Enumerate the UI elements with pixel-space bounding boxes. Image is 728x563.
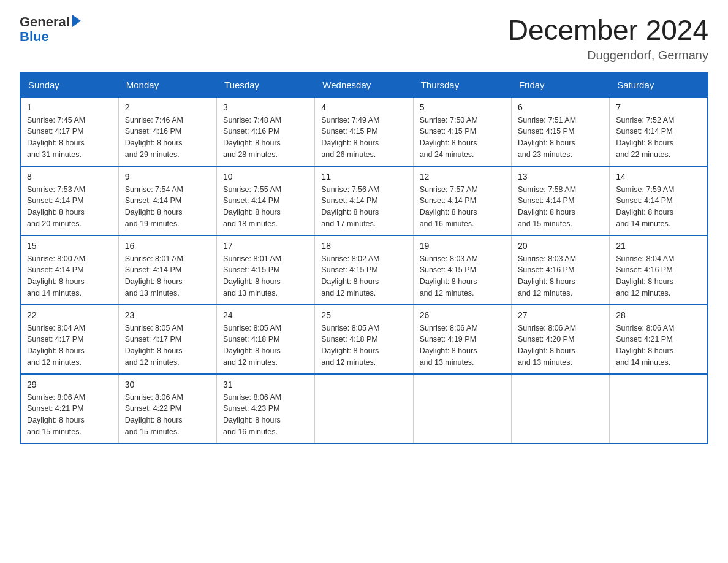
calendar-cell <box>610 374 708 443</box>
day-info: Sunrise: 7:53 AM Sunset: 4:14 PM Dayligh… <box>27 184 112 230</box>
calendar-header-row: SundayMondayTuesdayWednesdayThursdayFrid… <box>20 73 708 97</box>
day-number: 22 <box>27 310 112 320</box>
day-info: Sunrise: 8:04 AM Sunset: 4:17 PM Dayligh… <box>27 323 112 369</box>
day-info: Sunrise: 8:06 AM Sunset: 4:19 PM Dayligh… <box>420 323 505 369</box>
day-info: Sunrise: 7:55 AM Sunset: 4:14 PM Dayligh… <box>223 184 308 230</box>
day-info: Sunrise: 7:46 AM Sunset: 4:16 PM Dayligh… <box>125 115 210 161</box>
day-of-week-header: Friday <box>511 73 609 97</box>
day-number: 28 <box>616 310 701 320</box>
day-number: 21 <box>616 241 701 251</box>
day-info: Sunrise: 8:05 AM Sunset: 4:18 PM Dayligh… <box>223 323 308 369</box>
day-info: Sunrise: 8:02 AM Sunset: 4:15 PM Dayligh… <box>321 253 406 299</box>
day-number: 9 <box>125 172 210 182</box>
day-info: Sunrise: 8:06 AM Sunset: 4:22 PM Dayligh… <box>125 392 210 438</box>
calendar-cell: 13 Sunrise: 7:58 AM Sunset: 4:14 PM Dayl… <box>511 166 609 236</box>
day-number: 30 <box>125 380 210 389</box>
day-info: Sunrise: 7:51 AM Sunset: 4:15 PM Dayligh… <box>518 115 603 161</box>
calendar-cell: 31 Sunrise: 8:06 AM Sunset: 4:23 PM Dayl… <box>217 374 315 443</box>
day-number: 17 <box>223 241 308 251</box>
day-number: 15 <box>27 241 112 251</box>
day-number: 23 <box>125 310 210 320</box>
day-info: Sunrise: 8:06 AM Sunset: 4:20 PM Dayligh… <box>518 323 603 369</box>
day-of-week-header: Saturday <box>610 73 708 97</box>
calendar-cell: 9 Sunrise: 7:54 AM Sunset: 4:14 PM Dayli… <box>118 166 216 236</box>
calendar-cell: 30 Sunrise: 8:06 AM Sunset: 4:22 PM Dayl… <box>118 374 216 443</box>
day-of-week-header: Wednesday <box>315 73 413 97</box>
day-of-week-header: Sunday <box>20 73 118 97</box>
day-number: 5 <box>420 102 505 112</box>
calendar-cell: 16 Sunrise: 8:01 AM Sunset: 4:14 PM Dayl… <box>118 236 216 305</box>
day-info: Sunrise: 7:50 AM Sunset: 4:15 PM Dayligh… <box>420 115 505 161</box>
calendar-cell <box>315 374 413 443</box>
logo: General Blue <box>20 15 81 44</box>
day-info: Sunrise: 7:58 AM Sunset: 4:14 PM Dayligh… <box>518 184 603 230</box>
day-info: Sunrise: 8:05 AM Sunset: 4:18 PM Dayligh… <box>321 323 406 369</box>
day-info: Sunrise: 7:57 AM Sunset: 4:14 PM Dayligh… <box>420 184 505 230</box>
day-number: 25 <box>321 310 406 320</box>
day-number: 8 <box>27 172 112 182</box>
day-info: Sunrise: 7:45 AM Sunset: 4:17 PM Dayligh… <box>27 115 112 161</box>
day-number: 4 <box>321 102 406 112</box>
day-info: Sunrise: 7:48 AM Sunset: 4:16 PM Dayligh… <box>223 115 308 161</box>
calendar-cell: 19 Sunrise: 8:03 AM Sunset: 4:15 PM Dayl… <box>413 236 511 305</box>
calendar-cell: 7 Sunrise: 7:52 AM Sunset: 4:14 PM Dayli… <box>610 97 708 166</box>
calendar-cell: 25 Sunrise: 8:05 AM Sunset: 4:18 PM Dayl… <box>315 305 413 374</box>
day-number: 19 <box>420 241 505 251</box>
calendar-cell: 5 Sunrise: 7:50 AM Sunset: 4:15 PM Dayli… <box>413 97 511 166</box>
day-number: 3 <box>223 102 308 112</box>
calendar-week-row: 15 Sunrise: 8:00 AM Sunset: 4:14 PM Dayl… <box>20 236 708 305</box>
page-subtitle: Duggendorf, Germany <box>508 48 708 63</box>
calendar-cell: 27 Sunrise: 8:06 AM Sunset: 4:20 PM Dayl… <box>511 305 609 374</box>
calendar-cell: 11 Sunrise: 7:56 AM Sunset: 4:14 PM Dayl… <box>315 166 413 236</box>
day-number: 2 <box>125 102 210 112</box>
calendar-cell: 21 Sunrise: 8:04 AM Sunset: 4:16 PM Dayl… <box>610 236 708 305</box>
calendar-cell: 28 Sunrise: 8:06 AM Sunset: 4:21 PM Dayl… <box>610 305 708 374</box>
day-number: 24 <box>223 310 308 320</box>
calendar-cell: 8 Sunrise: 7:53 AM Sunset: 4:14 PM Dayli… <box>20 166 118 236</box>
day-info: Sunrise: 8:00 AM Sunset: 4:14 PM Dayligh… <box>27 253 112 299</box>
day-number: 7 <box>616 102 701 112</box>
calendar-cell: 15 Sunrise: 8:00 AM Sunset: 4:14 PM Dayl… <box>20 236 118 305</box>
day-info: Sunrise: 7:49 AM Sunset: 4:15 PM Dayligh… <box>321 115 406 161</box>
day-number: 18 <box>321 241 406 251</box>
day-number: 1 <box>27 102 112 112</box>
day-info: Sunrise: 8:01 AM Sunset: 4:14 PM Dayligh… <box>125 253 210 299</box>
calendar-week-row: 22 Sunrise: 8:04 AM Sunset: 4:17 PM Dayl… <box>20 305 708 374</box>
calendar-table: SundayMondayTuesdayWednesdayThursdayFrid… <box>20 72 708 444</box>
day-number: 13 <box>518 172 603 182</box>
day-of-week-header: Thursday <box>413 73 511 97</box>
day-info: Sunrise: 8:03 AM Sunset: 4:15 PM Dayligh… <box>420 253 505 299</box>
day-info: Sunrise: 8:04 AM Sunset: 4:16 PM Dayligh… <box>616 253 701 299</box>
day-info: Sunrise: 7:56 AM Sunset: 4:14 PM Dayligh… <box>321 184 406 230</box>
calendar-cell: 24 Sunrise: 8:05 AM Sunset: 4:18 PM Dayl… <box>217 305 315 374</box>
day-info: Sunrise: 8:03 AM Sunset: 4:16 PM Dayligh… <box>518 253 603 299</box>
day-number: 10 <box>223 172 308 182</box>
calendar-cell: 2 Sunrise: 7:46 AM Sunset: 4:16 PM Dayli… <box>118 97 216 166</box>
day-number: 16 <box>125 241 210 251</box>
day-number: 26 <box>420 310 505 320</box>
day-number: 27 <box>518 310 603 320</box>
calendar-cell: 12 Sunrise: 7:57 AM Sunset: 4:14 PM Dayl… <box>413 166 511 236</box>
day-info: Sunrise: 8:05 AM Sunset: 4:17 PM Dayligh… <box>125 323 210 369</box>
calendar-cell: 10 Sunrise: 7:55 AM Sunset: 4:14 PM Dayl… <box>217 166 315 236</box>
page-header: General Blue December 2024 Duggendorf, G… <box>0 0 728 72</box>
calendar-cell: 3 Sunrise: 7:48 AM Sunset: 4:16 PM Dayli… <box>217 97 315 166</box>
calendar-cell: 23 Sunrise: 8:05 AM Sunset: 4:17 PM Dayl… <box>118 305 216 374</box>
logo-arrow-icon <box>72 15 81 27</box>
calendar-cell: 6 Sunrise: 7:51 AM Sunset: 4:15 PM Dayli… <box>511 97 609 166</box>
calendar-cell <box>511 374 609 443</box>
calendar-cell: 18 Sunrise: 8:02 AM Sunset: 4:15 PM Dayl… <box>315 236 413 305</box>
logo-general-text: General <box>20 15 70 29</box>
calendar-cell: 22 Sunrise: 8:04 AM Sunset: 4:17 PM Dayl… <box>20 305 118 374</box>
day-of-week-header: Monday <box>118 73 216 97</box>
calendar-week-row: 8 Sunrise: 7:53 AM Sunset: 4:14 PM Dayli… <box>20 166 708 236</box>
page-title: December 2024 <box>508 15 708 46</box>
day-number: 29 <box>27 380 112 389</box>
day-number: 6 <box>518 102 603 112</box>
calendar-cell: 29 Sunrise: 8:06 AM Sunset: 4:21 PM Dayl… <box>20 374 118 443</box>
day-info: Sunrise: 8:06 AM Sunset: 4:21 PM Dayligh… <box>27 392 112 438</box>
logo-blue-text: Blue <box>20 29 81 44</box>
day-number: 11 <box>321 172 406 182</box>
day-of-week-header: Tuesday <box>217 73 315 97</box>
calendar-week-row: 29 Sunrise: 8:06 AM Sunset: 4:21 PM Dayl… <box>20 374 708 443</box>
